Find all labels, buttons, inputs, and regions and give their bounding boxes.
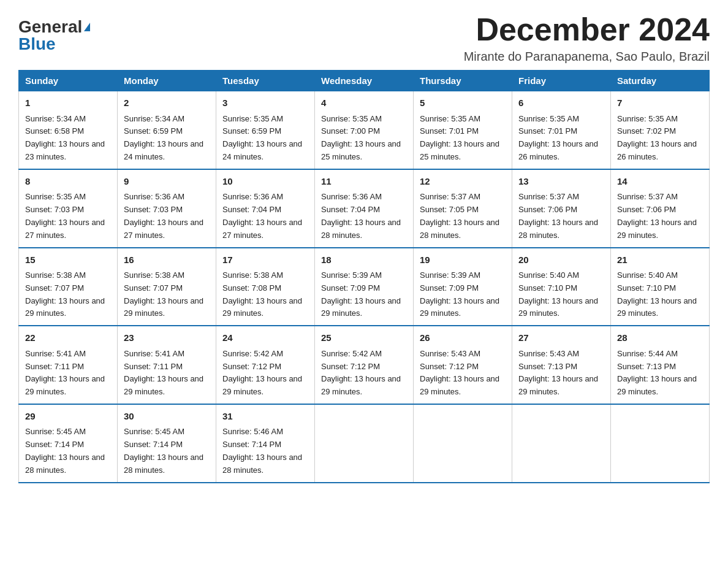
sun-info: Sunrise: 5:42 AM Sunset: 7:12 PM Dayligh…	[222, 348, 308, 399]
calendar-cell: 19 Sunrise: 5:39 AM Sunset: 7:09 PM Dayl…	[414, 248, 512, 326]
day-number: 2	[124, 96, 210, 110]
day-number: 11	[321, 175, 407, 189]
calendar-cell: 23 Sunrise: 5:41 AM Sunset: 7:11 PM Dayl…	[118, 326, 216, 404]
calendar-cell	[414, 404, 512, 483]
day-number: 21	[617, 253, 703, 267]
day-number: 23	[124, 331, 210, 345]
day-number: 1	[25, 96, 111, 110]
day-number: 19	[420, 253, 506, 267]
calendar-cell: 8 Sunrise: 5:35 AM Sunset: 7:03 PM Dayli…	[19, 169, 118, 248]
calendar-cell: 17 Sunrise: 5:38 AM Sunset: 7:08 PM Dayl…	[216, 248, 315, 326]
day-number: 18	[321, 253, 407, 267]
sun-info: Sunrise: 5:40 AM Sunset: 7:10 PM Dayligh…	[617, 269, 703, 320]
day-number: 24	[222, 331, 308, 345]
day-number: 16	[124, 253, 210, 267]
location-title: Mirante do Paranapanema, Sao Paulo, Braz…	[464, 50, 710, 64]
day-number: 5	[420, 96, 506, 110]
calendar-week-row: 22 Sunrise: 5:41 AM Sunset: 7:11 PM Dayl…	[19, 326, 710, 404]
calendar-cell: 22 Sunrise: 5:41 AM Sunset: 7:11 PM Dayl…	[19, 326, 118, 404]
logo-general: General	[18, 18, 82, 36]
calendar-cell: 16 Sunrise: 5:38 AM Sunset: 7:07 PM Dayl…	[118, 248, 216, 326]
sun-info: Sunrise: 5:37 AM Sunset: 7:05 PM Dayligh…	[420, 191, 506, 242]
sun-info: Sunrise: 5:36 AM Sunset: 7:03 PM Dayligh…	[124, 191, 210, 242]
sun-info: Sunrise: 5:38 AM Sunset: 7:07 PM Dayligh…	[25, 269, 111, 320]
calendar-cell: 10 Sunrise: 5:36 AM Sunset: 7:04 PM Dayl…	[216, 169, 315, 248]
logo-triangle-icon	[84, 23, 90, 31]
day-number: 26	[420, 331, 506, 345]
sun-info: Sunrise: 5:36 AM Sunset: 7:04 PM Dayligh…	[222, 191, 308, 242]
month-title: December 2024	[464, 12, 710, 47]
day-number: 28	[617, 331, 703, 345]
calendar-cell: 3 Sunrise: 5:35 AM Sunset: 6:59 PM Dayli…	[216, 91, 315, 169]
calendar-cell: 30 Sunrise: 5:45 AM Sunset: 7:14 PM Dayl…	[118, 404, 216, 483]
day-number: 30	[124, 410, 210, 424]
day-number: 14	[617, 175, 703, 189]
sun-info: Sunrise: 5:44 AM Sunset: 7:13 PM Dayligh…	[617, 348, 703, 399]
sun-info: Sunrise: 5:34 AM Sunset: 6:58 PM Dayligh…	[25, 113, 111, 164]
sun-info: Sunrise: 5:35 AM Sunset: 7:03 PM Dayligh…	[25, 191, 111, 242]
calendar-cell: 7 Sunrise: 5:35 AM Sunset: 7:02 PM Dayli…	[611, 91, 710, 169]
calendar-cell: 21 Sunrise: 5:40 AM Sunset: 7:10 PM Dayl…	[611, 248, 710, 326]
calendar-cell	[611, 404, 710, 483]
day-number: 17	[222, 253, 308, 267]
calendar-cell: 20 Sunrise: 5:40 AM Sunset: 7:10 PM Dayl…	[512, 248, 611, 326]
day-number: 15	[25, 253, 111, 267]
sun-info: Sunrise: 5:35 AM Sunset: 7:01 PM Dayligh…	[420, 113, 506, 164]
day-number: 31	[222, 410, 308, 424]
sun-info: Sunrise: 5:45 AM Sunset: 7:14 PM Dayligh…	[124, 426, 210, 477]
day-number: 10	[222, 175, 308, 189]
header-saturday: Saturday	[611, 71, 710, 91]
calendar-cell: 24 Sunrise: 5:42 AM Sunset: 7:12 PM Dayl…	[216, 326, 315, 404]
day-number: 4	[321, 96, 407, 110]
header-thursday: Thursday	[414, 71, 512, 91]
sun-info: Sunrise: 5:42 AM Sunset: 7:12 PM Dayligh…	[321, 348, 407, 399]
calendar-cell	[315, 404, 414, 483]
sun-info: Sunrise: 5:43 AM Sunset: 7:12 PM Dayligh…	[420, 348, 506, 399]
title-area: December 2024 Mirante do Paranapanema, S…	[464, 12, 710, 64]
sun-info: Sunrise: 5:37 AM Sunset: 7:06 PM Dayligh…	[617, 191, 703, 242]
header-sunday: Sunday	[19, 71, 118, 91]
calendar-header-row: SundayMondayTuesdayWednesdayThursdayFrid…	[19, 71, 710, 91]
calendar-cell: 14 Sunrise: 5:37 AM Sunset: 7:06 PM Dayl…	[611, 169, 710, 248]
calendar-week-row: 29 Sunrise: 5:45 AM Sunset: 7:14 PM Dayl…	[19, 404, 710, 483]
calendar-table: SundayMondayTuesdayWednesdayThursdayFrid…	[18, 70, 710, 483]
sun-info: Sunrise: 5:38 AM Sunset: 7:08 PM Dayligh…	[222, 269, 308, 320]
calendar-cell: 31 Sunrise: 5:46 AM Sunset: 7:14 PM Dayl…	[216, 404, 315, 483]
sun-info: Sunrise: 5:43 AM Sunset: 7:13 PM Dayligh…	[518, 348, 604, 399]
header-monday: Monday	[118, 71, 216, 91]
calendar-cell	[512, 404, 611, 483]
sun-info: Sunrise: 5:34 AM Sunset: 6:59 PM Dayligh…	[124, 113, 210, 164]
calendar-cell: 25 Sunrise: 5:42 AM Sunset: 7:12 PM Dayl…	[315, 326, 414, 404]
sun-info: Sunrise: 5:40 AM Sunset: 7:10 PM Dayligh…	[518, 269, 604, 320]
sun-info: Sunrise: 5:41 AM Sunset: 7:11 PM Dayligh…	[124, 348, 210, 399]
calendar-cell: 1 Sunrise: 5:34 AM Sunset: 6:58 PM Dayli…	[19, 91, 118, 169]
day-number: 29	[25, 410, 111, 424]
calendar-cell: 27 Sunrise: 5:43 AM Sunset: 7:13 PM Dayl…	[512, 326, 611, 404]
calendar-week-row: 15 Sunrise: 5:38 AM Sunset: 7:07 PM Dayl…	[19, 248, 710, 326]
calendar-week-row: 8 Sunrise: 5:35 AM Sunset: 7:03 PM Dayli…	[19, 169, 710, 248]
day-number: 6	[518, 96, 604, 110]
day-number: 8	[25, 175, 111, 189]
day-number: 20	[518, 253, 604, 267]
sun-info: Sunrise: 5:35 AM Sunset: 7:00 PM Dayligh…	[321, 113, 407, 164]
day-number: 25	[321, 331, 407, 345]
calendar-cell: 29 Sunrise: 5:45 AM Sunset: 7:14 PM Dayl…	[19, 404, 118, 483]
sun-info: Sunrise: 5:36 AM Sunset: 7:04 PM Dayligh…	[321, 191, 407, 242]
day-number: 12	[420, 175, 506, 189]
calendar-cell: 13 Sunrise: 5:37 AM Sunset: 7:06 PM Dayl…	[512, 169, 611, 248]
day-number: 3	[222, 96, 308, 110]
calendar-cell: 9 Sunrise: 5:36 AM Sunset: 7:03 PM Dayli…	[118, 169, 216, 248]
sun-info: Sunrise: 5:39 AM Sunset: 7:09 PM Dayligh…	[420, 269, 506, 320]
day-number: 7	[617, 96, 703, 110]
sun-info: Sunrise: 5:39 AM Sunset: 7:09 PM Dayligh…	[321, 269, 407, 320]
day-number: 9	[124, 175, 210, 189]
sun-info: Sunrise: 5:45 AM Sunset: 7:14 PM Dayligh…	[25, 426, 111, 477]
sun-info: Sunrise: 5:35 AM Sunset: 7:01 PM Dayligh…	[518, 113, 604, 164]
sun-info: Sunrise: 5:35 AM Sunset: 6:59 PM Dayligh…	[222, 113, 308, 164]
logo: General Blue	[18, 12, 90, 53]
sun-info: Sunrise: 5:35 AM Sunset: 7:02 PM Dayligh…	[617, 113, 703, 164]
day-number: 27	[518, 331, 604, 345]
logo-blue: Blue	[18, 34, 56, 53]
page-header: General Blue December 2024 Mirante do Pa…	[18, 12, 710, 64]
header-tuesday: Tuesday	[216, 71, 315, 91]
